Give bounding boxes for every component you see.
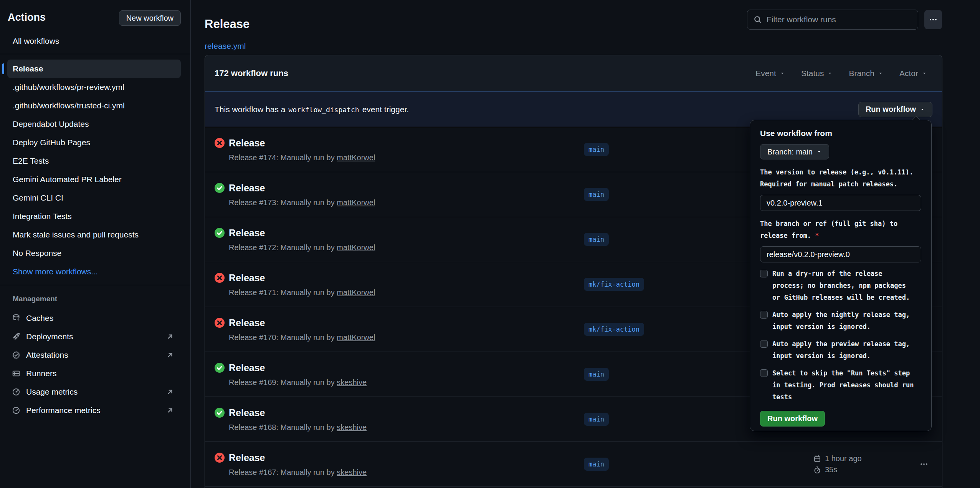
checkbox-row[interactable]: Select to skip the "Run Tests" step in t… <box>760 367 921 403</box>
actor-link[interactable]: mattKorwel <box>337 198 375 207</box>
sidebar-item-workflow[interactable]: Integration Tests <box>7 207 181 226</box>
search-icon <box>754 15 762 24</box>
actor-link[interactable]: mattKorwel <box>337 333 375 342</box>
success-icon <box>215 183 225 193</box>
sidebar-item-workflow[interactable]: Deploy GitHub Pages <box>7 133 181 152</box>
workflow-file-link[interactable]: release.yml <box>205 41 246 51</box>
branch-badge[interactable]: mk/fix-action <box>584 323 644 336</box>
actor-link[interactable]: skeshive <box>337 378 367 387</box>
actor-link[interactable]: mattKorwel <box>337 288 375 297</box>
filter-dropdown[interactable]: Event <box>755 69 785 78</box>
ref-input[interactable] <box>760 246 921 262</box>
workflow-label: Dependabot Updates <box>13 120 89 128</box>
management-section-label: Management <box>13 294 190 304</box>
management-list: Caches Deployments Attestations <box>0 309 190 420</box>
new-workflow-button[interactable]: New workflow <box>119 10 181 26</box>
sidebar-item-all-workflows[interactable]: All workflows <box>0 33 190 50</box>
run-info: Release Release #172: Manually run by ma… <box>229 226 375 253</box>
checkbox[interactable] <box>760 340 768 348</box>
page-title: Release <box>205 16 250 32</box>
sidebar-item-workflow[interactable]: .github/workflows/trusted-ci.yml <box>7 96 181 115</box>
filter-dropdown[interactable]: Branch <box>849 69 883 78</box>
run-title[interactable]: Release <box>229 451 367 464</box>
run-title[interactable]: Release <box>229 361 367 374</box>
branch-badge[interactable]: main <box>584 233 609 246</box>
workflow-options-kebab-button[interactable] <box>924 10 942 29</box>
cache-icon <box>12 314 20 322</box>
sidebar-item-management[interactable]: Usage metrics <box>0 383 190 401</box>
sidebar-item-workflow[interactable]: Dependabot Updates <box>7 115 181 133</box>
external-link-icon <box>166 407 174 414</box>
filter-dropdown-label: Status <box>801 69 824 78</box>
workflow-label: .github/workflows/trusted-ci.yml <box>13 101 125 110</box>
success-icon <box>215 363 225 373</box>
run-title[interactable]: Release <box>229 226 375 239</box>
run-description: Release #172: Manually run by mattKorwel <box>229 242 375 253</box>
actor-link[interactable]: skeshive <box>337 423 367 432</box>
run-description: Release #169: Manually run by skeshive <box>229 377 367 388</box>
rocket-icon <box>12 332 20 341</box>
kebab-icon <box>929 15 937 24</box>
branch-badge[interactable]: main <box>584 188 609 201</box>
workflow-label: Release <box>13 64 43 73</box>
sidebar-item-management[interactable]: Attestations <box>0 346 190 364</box>
checkbox-row[interactable]: Run a dry-run of the release process; no… <box>760 268 921 304</box>
calendar-icon <box>813 455 821 463</box>
sidebar-item-management[interactable]: Caches <box>0 309 190 327</box>
branch-badge[interactable]: main <box>584 143 609 156</box>
actor-link[interactable]: mattKorwel <box>337 153 375 162</box>
branch-selector-button[interactable]: Branch: main <box>760 144 829 159</box>
sidebar-item-management[interactable]: Performance metrics <box>0 401 190 420</box>
external-link-icon <box>166 351 174 359</box>
workflow-label: Deploy GitHub Pages <box>13 138 90 147</box>
run-options-kebab[interactable] <box>920 460 928 468</box>
run-title[interactable]: Release <box>229 136 375 149</box>
branch-badge[interactable]: main <box>584 413 609 426</box>
workflow-label: Mark stale issues and pull requests <box>13 230 139 239</box>
sidebar-item-workflow[interactable]: No Response <box>7 244 181 262</box>
version-input[interactable] <box>760 195 921 211</box>
filter-dropdown[interactable]: Status <box>801 69 833 78</box>
filter-workflow-runs-field[interactable] <box>747 10 918 30</box>
run-title[interactable]: Release <box>229 406 367 419</box>
management-label: Attestations <box>26 347 68 364</box>
filter-workflow-runs-input[interactable] <box>767 15 912 24</box>
run-title[interactable]: Release <box>229 181 375 194</box>
sidebar-item-workflow[interactable]: Gemini Automated PR Labeler <box>7 170 181 189</box>
meter-icon <box>12 388 20 396</box>
filter-dropdown[interactable]: Actor <box>899 69 927 78</box>
checkbox-label: Auto apply the nightly release tag, inpu… <box>772 309 914 333</box>
workflow-label: .github/workflows/pr-review.yml <box>13 83 124 91</box>
checkbox-row[interactable]: Auto apply the preview release tag, inpu… <box>760 338 921 362</box>
sidebar-item-management[interactable]: Runners <box>0 364 190 383</box>
chevron-down-icon <box>878 71 883 76</box>
sidebar-divider <box>0 54 190 54</box>
workflow-run-row[interactable]: Release Release #167: Manually run by sk… <box>205 442 942 487</box>
verified-icon <box>12 351 20 359</box>
actor-link[interactable]: mattKorwel <box>337 243 375 252</box>
sidebar-item-workflow[interactable]: E2E Tests <box>7 152 181 170</box>
branch-badge[interactable]: main <box>584 458 609 471</box>
run-title[interactable]: Release <box>229 271 375 284</box>
checkbox[interactable] <box>760 270 768 277</box>
external-link-icon <box>166 388 174 396</box>
failure-icon <box>215 453 225 463</box>
actor-link[interactable]: skeshive <box>337 468 367 476</box>
chevron-down-icon <box>827 71 833 76</box>
checkbox[interactable] <box>760 311 768 319</box>
run-title[interactable]: Release <box>229 316 375 329</box>
workflow-label: Show more workflows... <box>13 267 98 276</box>
branch-badge[interactable]: mk/fix-action <box>584 278 644 291</box>
sidebar-item-workflow[interactable]: Gemini CLI CI <box>7 189 181 207</box>
sidebar-item-workflow[interactable]: Mark stale issues and pull requests <box>7 226 181 244</box>
checkbox-row[interactable]: Auto apply the nightly release tag, inpu… <box>760 309 921 333</box>
checkbox[interactable] <box>760 369 768 377</box>
branch-badge[interactable]: main <box>584 368 609 381</box>
sidebar-item-workflow[interactable]: .github/workflows/pr-review.yml <box>7 78 181 96</box>
sidebar-item-workflow[interactable]: Show more workflows... <box>7 262 181 281</box>
run-workflow-submit-button[interactable]: Run workflow <box>760 411 825 427</box>
run-description: Release #173: Manually run by mattKorwel <box>229 197 375 208</box>
sidebar-item-workflow[interactable]: Release <box>7 60 181 78</box>
run-workflow-dropdown-button[interactable]: Run workflow <box>858 102 932 117</box>
sidebar-item-management[interactable]: Deployments <box>0 327 190 346</box>
